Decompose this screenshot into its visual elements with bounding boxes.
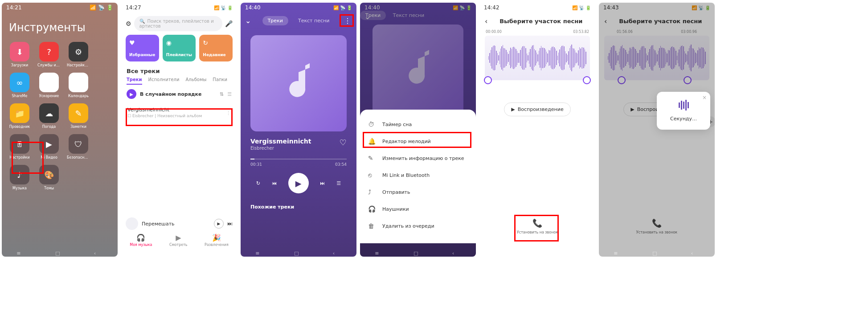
toast-text: Секунду… bbox=[662, 116, 705, 122]
highlight-set-ringtone bbox=[514, 215, 559, 241]
bottom-nav-item[interactable]: ▶Смотреть bbox=[169, 233, 188, 247]
now-playing-bar[interactable]: Перемешать ▶ ⏭ bbox=[126, 217, 233, 230]
app-icon[interactable]: 2 Календарь bbox=[68, 73, 89, 98]
progress-bar[interactable] bbox=[250, 159, 347, 160]
time-end: 03:53.82 bbox=[573, 30, 589, 34]
library-card[interactable]: ◉Плейлисты bbox=[163, 35, 196, 61]
menu-item[interactable]: 🗑Удалить из очереди bbox=[360, 217, 476, 234]
app-icon[interactable]: ✎ Заметки bbox=[68, 103, 89, 129]
screen-launcher: 14:21 📶 📡 🔋 Инструменты ⬇ Загрузки ? Слу… bbox=[2, 3, 118, 257]
status-time: 14:42 bbox=[484, 4, 500, 11]
screen-editor: 14:42 📶 📡 🔋 ‹ Выберите участок песни 00:… bbox=[479, 3, 595, 257]
tab-tracks[interactable]: Треки bbox=[262, 16, 288, 25]
list-icon[interactable]: ☰ bbox=[227, 91, 232, 97]
time-start: 00:00.00 bbox=[486, 30, 502, 34]
highlight-ringtone-editor bbox=[363, 132, 471, 148]
menu-item[interactable]: ⤴Отправить bbox=[360, 184, 476, 201]
menu-item[interactable]: ⎋Mi Link и Bluetooth bbox=[360, 167, 476, 184]
status-indicators: 📶 📡 🔋 bbox=[333, 5, 352, 10]
status-indicators: 📶 📡 🔋 bbox=[214, 5, 233, 10]
queue-icon[interactable]: ☰ bbox=[336, 180, 341, 186]
system-nav: ≡□‹ bbox=[360, 247, 476, 255]
status-indicators: 📶 📡 🔋 bbox=[572, 5, 591, 10]
app-icon[interactable]: ⚙ Настройки рабочего ст… bbox=[68, 42, 89, 67]
library-card[interactable]: ↻Недавние bbox=[199, 35, 233, 61]
status-time: 14:40 bbox=[245, 4, 261, 11]
next-icon[interactable]: ⏭ bbox=[227, 221, 233, 227]
status-time: 14:21 bbox=[6, 4, 22, 11]
menu-item[interactable]: 🎧Наушники bbox=[360, 201, 476, 217]
bottom-nav-item[interactable]: 🎧Моя музыка bbox=[130, 233, 152, 247]
nav-recents-icon: ≡ bbox=[16, 250, 25, 251]
status-bar: 14:21 📶 📡 🔋 bbox=[2, 3, 118, 12]
tab[interactable]: Папки bbox=[213, 77, 227, 85]
status-time: 14:27 bbox=[126, 4, 141, 11]
album-art bbox=[250, 35, 347, 131]
tab[interactable]: Исполнители bbox=[148, 77, 180, 85]
back-icon[interactable]: ‹ bbox=[485, 17, 487, 25]
time-total: 03:54 bbox=[335, 162, 347, 167]
screen-player-menu: 14:40 📶 📡 🔋 ⌄ Треки Текст песни ‹ › ⏱Тай… bbox=[360, 3, 476, 257]
tab[interactable]: Треки bbox=[127, 77, 142, 85]
app-icon[interactable]: 🛡 Безопасность bbox=[68, 134, 89, 160]
status-bar: 14:40 📶 📡 🔋 bbox=[241, 3, 356, 12]
favorite-icon[interactable]: ♡ bbox=[340, 138, 347, 147]
highlight-more-menu bbox=[340, 14, 354, 27]
play-icon[interactable]: ▶ bbox=[214, 219, 224, 229]
loading-toast: × Секунду… bbox=[657, 92, 710, 130]
editor-title: Выберите участок песни bbox=[492, 18, 590, 25]
tab[interactable]: Альбомы bbox=[186, 77, 207, 85]
screen-music-list: 14:27 📶 📡 🔋 ⚙ 🔍Поиск треков, плейлистов … bbox=[121, 3, 237, 257]
system-nav: ≡□‹ bbox=[121, 247, 237, 255]
nav-home-icon: □ bbox=[55, 250, 64, 251]
library-card[interactable]: ♥Избранные bbox=[126, 35, 159, 61]
backdrop bbox=[599, 3, 715, 257]
song-name: Vergissmeinnicht bbox=[250, 138, 311, 145]
menu-sheet: ⏱Таймер сна 🔔Редактор мелодий ✎Изменить … bbox=[360, 110, 476, 243]
shuffle-play-icon: ▶ bbox=[127, 89, 136, 99]
app-icon[interactable]: 📁 Проводник bbox=[9, 103, 30, 129]
repeat-icon[interactable]: ↻ bbox=[256, 180, 260, 186]
app-icon[interactable]: ☁ Погода bbox=[38, 103, 60, 129]
app-icon[interactable]: ⏱ Ускорение bbox=[38, 73, 60, 98]
highlight-track bbox=[126, 108, 233, 126]
tab-lyrics[interactable]: Текст песни bbox=[293, 16, 335, 25]
waveform[interactable] bbox=[485, 36, 590, 80]
sort-icon[interactable]: ⇅ bbox=[220, 91, 224, 97]
app-icon[interactable]: ∞ ShareMe bbox=[9, 73, 30, 98]
menu-item[interactable]: ⏱Таймер сна bbox=[360, 116, 476, 133]
song-artist: Eisbrecher bbox=[250, 146, 311, 151]
bottom-nav: 🎧Моя музыка ▶Смотреть 🎉Развлечения bbox=[121, 233, 237, 247]
highlight-settings-app bbox=[12, 142, 44, 174]
close-icon[interactable]: × bbox=[702, 94, 707, 101]
status-bar: 14:42 📶 📡 🔋 bbox=[479, 3, 595, 12]
play-button[interactable]: ▶ bbox=[288, 173, 309, 193]
status-indicators: 📶 📡 🔋 bbox=[90, 4, 113, 11]
screen-editor-loading: 14:43 📶 📡 🔋 ‹ Выберите участок песни 01:… bbox=[599, 3, 715, 257]
section-title: Все треки bbox=[127, 68, 232, 74]
now-playing-art bbox=[126, 217, 138, 230]
system-nav: ≡□‹ bbox=[479, 247, 595, 255]
app-icon[interactable]: ⬇ Загрузки bbox=[9, 42, 30, 67]
bottom-nav-item[interactable]: 🎉Развлечения bbox=[205, 233, 229, 247]
play-button[interactable]: ▶ Воспроизведение bbox=[504, 102, 571, 116]
music-note-icon bbox=[281, 61, 316, 106]
similar-heading: Похожие треки bbox=[241, 204, 356, 210]
mic-icon[interactable]: 🎤 bbox=[225, 20, 233, 27]
screen-player: 14:40 📶 📡 🔋 ⌄ Треки Текст песни ⋮ Vergis… bbox=[241, 3, 356, 257]
status-bar: 14:27 📶 📡 🔋 bbox=[121, 3, 237, 12]
shuffle-row[interactable]: ▶ В случайном порядке ⇅ ☰ bbox=[127, 89, 232, 99]
handle-end[interactable] bbox=[583, 76, 591, 84]
nav-back-icon: ‹ bbox=[94, 250, 103, 251]
filter-icon[interactable]: ⚙ bbox=[126, 20, 131, 27]
time-elapsed: 00:31 bbox=[250, 162, 262, 167]
next-icon[interactable]: ⏭ bbox=[320, 180, 325, 186]
system-nav: ≡□‹ bbox=[241, 247, 356, 255]
tabs: ТрекиИсполнителиАльбомыПапки bbox=[121, 77, 237, 85]
search-input[interactable]: 🔍Поиск треков, плейлистов и артистов bbox=[134, 16, 222, 31]
prev-icon[interactable]: ⏮ bbox=[272, 180, 277, 186]
handle-start[interactable] bbox=[484, 76, 492, 84]
collapse-icon[interactable]: ⌄ bbox=[245, 16, 251, 25]
app-icon[interactable]: ? Службы и обратная св… bbox=[38, 42, 60, 67]
menu-item[interactable]: ✎Изменить информацию о треке bbox=[360, 150, 476, 167]
